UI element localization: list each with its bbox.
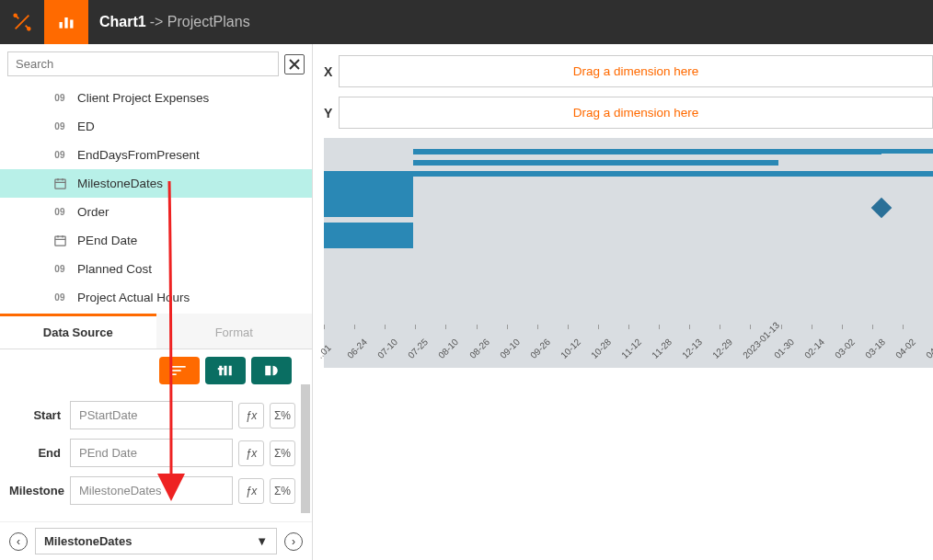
config-tabs: Data Source Format bbox=[0, 314, 312, 349]
config-row: MilestoneMilestoneDatesƒxΣ% bbox=[6, 476, 306, 505]
y-axis-dropzone[interactable]: Drag a dimension here bbox=[339, 97, 933, 129]
tick-label: 04-18 bbox=[924, 337, 933, 360]
app-logo-button[interactable] bbox=[0, 0, 44, 44]
y-axis-label: Y bbox=[324, 106, 339, 120]
sigma-button[interactable]: Σ% bbox=[270, 478, 295, 504]
config-row: StartPStartDateƒxΣ% bbox=[6, 401, 306, 429]
prev-button[interactable]: ‹ bbox=[9, 532, 28, 551]
breadcrumb: -> ProjectPlans bbox=[150, 14, 250, 30]
field-list[interactable]: 09Client Project Expenses09ED09EndDaysFr… bbox=[0, 84, 312, 314]
svg-rect-6 bbox=[54, 236, 64, 246]
field-item[interactable]: 09Planned Cost bbox=[0, 255, 312, 283]
field-item[interactable]: 09EndDaysFromPresent bbox=[0, 141, 312, 169]
tick-label: 07-25 bbox=[407, 337, 431, 360]
tick-label: 04-02 bbox=[893, 337, 917, 360]
tick-mark bbox=[598, 325, 599, 329]
tick-label: 12-13 bbox=[680, 337, 704, 360]
field-item[interactable]: 09Client Project Expenses bbox=[0, 84, 312, 112]
config-scrollbar[interactable] bbox=[301, 384, 310, 513]
tick-mark bbox=[842, 325, 843, 329]
field-item[interactable]: 09ED bbox=[0, 112, 312, 141]
config-field-dropzone[interactable]: PEnd Date bbox=[70, 439, 233, 467]
tick-label: ..01 bbox=[315, 342, 333, 360]
gantt-bar bbox=[324, 223, 413, 248]
tick-label: 02-14 bbox=[802, 337, 826, 360]
field-item[interactable]: 09Project Actual Hours bbox=[0, 283, 312, 312]
gantt-bar bbox=[413, 160, 778, 166]
tick-mark bbox=[812, 325, 812, 329]
page-title: Chart1 bbox=[99, 14, 146, 30]
tick-label: 01-30 bbox=[772, 337, 796, 360]
svg-rect-10 bbox=[219, 366, 222, 376]
number-icon: 09 bbox=[52, 150, 68, 160]
svg-rect-12 bbox=[229, 366, 232, 376]
number-icon: 09 bbox=[52, 93, 68, 103]
config-row-label: Start bbox=[9, 408, 70, 422]
tick-mark bbox=[415, 325, 416, 329]
calendar-icon bbox=[52, 177, 68, 190]
svg-rect-14 bbox=[265, 366, 271, 376]
fx-button[interactable]: ƒx bbox=[238, 403, 264, 429]
svg-rect-7 bbox=[172, 366, 186, 368]
tick-mark bbox=[628, 325, 629, 329]
field-label: ED bbox=[77, 120, 95, 133]
tick-mark bbox=[385, 325, 386, 329]
tick-mark bbox=[354, 325, 355, 329]
tick-label: 08-26 bbox=[467, 337, 491, 360]
svg-rect-2 bbox=[60, 22, 63, 29]
fx-button[interactable]: ƒx bbox=[238, 478, 264, 504]
svg-rect-5 bbox=[54, 179, 64, 189]
number-icon: 09 bbox=[52, 207, 68, 217]
field-label: PEnd Date bbox=[77, 234, 137, 247]
svg-point-0 bbox=[14, 14, 17, 17]
gantt-bar bbox=[324, 171, 413, 217]
config-sort-button[interactable] bbox=[159, 357, 200, 384]
tick-label: 10-28 bbox=[589, 337, 613, 360]
fx-button[interactable]: ƒx bbox=[238, 440, 264, 466]
tick-label: 11-12 bbox=[619, 337, 643, 360]
next-button[interactable]: › bbox=[284, 532, 303, 551]
footer-bar: ‹ MilestoneDates ▼ › bbox=[0, 521, 312, 560]
config-field-dropzone[interactable]: MilestoneDates bbox=[70, 476, 233, 505]
config-panel: StartPStartDateƒxΣ%EndPEnd DateƒxΣ%Miles… bbox=[0, 349, 312, 521]
config-layout-button[interactable] bbox=[251, 357, 292, 384]
footer-dropdown[interactable]: MilestoneDates ▼ bbox=[35, 528, 277, 554]
config-field-dropzone[interactable]: PStartDate bbox=[70, 401, 233, 429]
footer-dropdown-label: MilestoneDates bbox=[44, 534, 132, 548]
config-row-label: Milestone bbox=[9, 484, 70, 497]
number-icon: 09 bbox=[52, 292, 68, 303]
sigma-button[interactable]: Σ% bbox=[270, 440, 295, 466]
tab-format[interactable]: Format bbox=[156, 314, 313, 349]
search-input[interactable] bbox=[7, 51, 279, 76]
x-axis-dropzone[interactable]: Drag a dimension here bbox=[339, 55, 933, 87]
calendar-icon bbox=[52, 234, 68, 247]
field-label: MilestoneDates bbox=[77, 177, 163, 190]
number-icon: 09 bbox=[52, 264, 68, 274]
svg-rect-8 bbox=[172, 370, 181, 371]
tick-mark bbox=[659, 325, 660, 329]
field-item[interactable]: PEnd Date bbox=[0, 226, 312, 255]
svg-rect-13 bbox=[218, 368, 224, 370]
svg-rect-11 bbox=[225, 366, 227, 376]
config-filter-button[interactable] bbox=[205, 357, 246, 384]
svg-rect-9 bbox=[172, 373, 177, 375]
tick-label: 11-28 bbox=[650, 337, 674, 360]
chart-mode-button[interactable] bbox=[44, 0, 88, 44]
config-row-label: End bbox=[9, 446, 70, 460]
clear-search-button[interactable] bbox=[284, 54, 305, 74]
tick-mark bbox=[537, 325, 538, 329]
field-label: Order bbox=[77, 205, 109, 219]
tab-data-source[interactable]: Data Source bbox=[0, 314, 156, 349]
tick-mark bbox=[872, 325, 873, 329]
field-item[interactable]: MilestoneDates bbox=[0, 169, 312, 198]
config-row: EndPEnd DateƒxΣ% bbox=[6, 439, 306, 467]
field-label: EndDaysFromPresent bbox=[77, 148, 200, 162]
tick-label: 07-10 bbox=[375, 337, 399, 360]
sigma-button[interactable]: Σ% bbox=[270, 403, 295, 429]
number-icon: 09 bbox=[52, 121, 68, 131]
tick-label: 09-26 bbox=[528, 337, 552, 360]
tick-mark bbox=[750, 325, 751, 329]
tick-mark bbox=[445, 325, 446, 329]
svg-rect-4 bbox=[70, 20, 73, 29]
field-item[interactable]: 09Order bbox=[0, 198, 312, 226]
